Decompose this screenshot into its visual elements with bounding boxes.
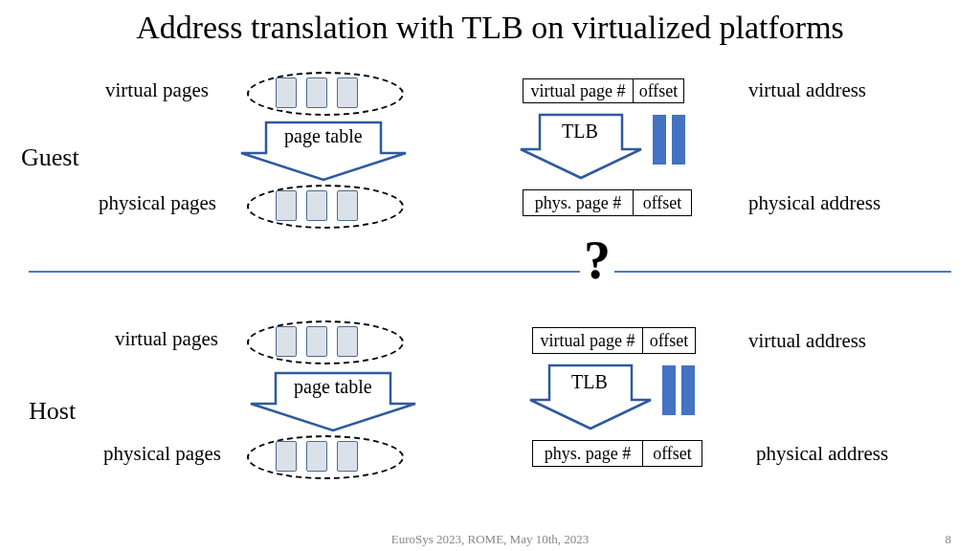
guest-physical-address-label: physical address [748,191,880,215]
guest-voffset-box: offset [633,78,684,103]
host-physical-page-icon [337,441,358,472]
host-virtual-pages-label: virtual pages [115,327,218,351]
guest-physical-page-icon [306,190,327,221]
guest-virtual-page-icon [337,77,358,108]
guest-virtual-page-icon [306,77,327,108]
guest-virtual-pages-label: virtual pages [105,78,209,102]
guest-host-divider-icon [29,271,951,273]
guest-virtual-address-label: virtual address [748,78,866,102]
host-virtual-page-icon [276,326,297,357]
host-virtual-page-icon [306,326,327,357]
host-physical-pages-label: physical pages [103,442,221,466]
host-virtual-address-label: virtual address [748,329,866,353]
guest-tlb-bar-icon [653,115,666,165]
guest-poffset-box: offset [633,189,692,216]
guest-tlb-bar-icon [672,115,685,165]
host-vpn-box: virtual page # [532,327,643,354]
host-physical-page-icon [306,441,327,472]
guest-vpn-box: virtual page # [523,78,634,103]
guest-physical-page-icon [337,190,358,221]
footer-conference: EuroSys 2023, ROME, May 10th, 2023 [0,532,980,547]
host-virtual-page-icon [337,326,358,357]
host-page-table-label: page table [294,376,372,398]
host-physical-page-icon [276,441,297,472]
footer-page-number: 8 [946,532,952,547]
guest-virtual-page-icon [276,77,297,108]
host-tlb-bar-icon [681,365,695,415]
host-tlb-label: TLB [571,371,608,393]
guest-label: Guest [21,143,79,172]
host-tlb-bar-icon [662,365,676,415]
guest-physical-page-icon [276,190,297,221]
host-poffset-box: offset [642,440,702,467]
guest-tlb-label: TLB [562,121,598,143]
host-ppn-box: phys. page # [532,440,643,467]
guest-page-table-label: page table [284,125,363,147]
guest-physical-pages-label: physical pages [99,191,216,215]
host-physical-address-label: physical address [756,442,888,466]
guest-ppn-box: phys. page # [523,189,634,216]
host-voffset-box: offset [642,327,696,354]
host-label: Host [29,397,76,426]
slide-title: Address translation with TLB on virtuali… [0,10,980,46]
question-mark-icon: ? [580,230,614,291]
